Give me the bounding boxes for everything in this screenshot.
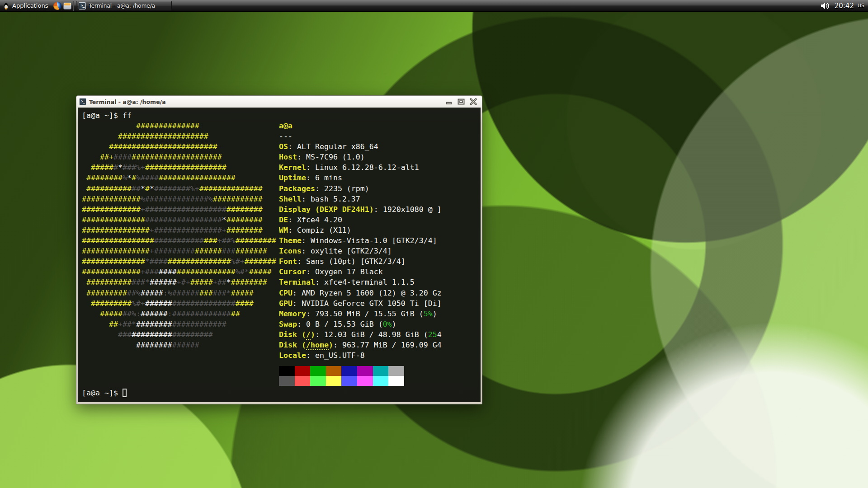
firefox-launcher[interactable]: [52, 0, 62, 12]
palette-swatch: [341, 376, 357, 386]
terminal-icon: >_: [79, 98, 86, 105]
palette-swatch: [310, 366, 326, 376]
palette-swatch: [326, 366, 342, 376]
ascii-art-distro-logo: ############## #################### ####…: [82, 121, 276, 350]
shell-prompt: [a@a ~]$: [82, 388, 127, 398]
volume-icon[interactable]: [821, 2, 831, 9]
terminal-window: >_ Terminal - a@a: /home/a: [76, 95, 482, 404]
palette-swatch: [373, 376, 389, 386]
file-manager-launcher[interactable]: [62, 0, 72, 12]
taskbar-window-label: Terminal - a@a: /home/a: [89, 3, 155, 9]
shell-prompt-line: [a@a ~]$ ff: [82, 110, 132, 121]
firefox-icon: [53, 2, 61, 10]
applications-menu-button[interactable]: Applications: [0, 0, 52, 12]
window-title: Terminal - a@a: /home/a: [89, 99, 441, 105]
window-titlebar[interactable]: >_ Terminal - a@a: /home/a: [78, 96, 481, 108]
maximize-button[interactable]: [456, 98, 467, 106]
terminal-color-palette: [279, 366, 404, 386]
palette-swatch: [357, 376, 373, 386]
palette-swatch: [326, 376, 342, 386]
system-info-readout: a@a---OS: ALT Regular x86_64Host: MS-7C9…: [279, 121, 442, 361]
top-panel: Applications >_ Terminal - a@a: /home/a …: [0, 0, 868, 12]
taskbar-window-button[interactable]: >_ Terminal - a@a: /home/a: [76, 1, 172, 11]
palette-swatch: [357, 366, 373, 376]
keyboard-layout-indicator[interactable]: US: [858, 3, 864, 9]
palette-swatch: [295, 376, 311, 386]
clock[interactable]: 20:42: [835, 2, 854, 10]
palette-swatch: [388, 366, 404, 376]
terminal-icon: >_: [79, 2, 86, 9]
desktop[interactable]: Applications >_ Terminal - a@a: /home/a …: [0, 0, 868, 488]
palette-swatch: [279, 366, 295, 376]
close-icon[interactable]: [468, 98, 479, 106]
system-tray: 20:42 US: [821, 2, 868, 10]
palette-swatch: [373, 366, 389, 376]
window-controls: [443, 98, 479, 106]
terminal-content[interactable]: [a@a ~]$ ff ############## #############…: [78, 108, 481, 402]
panel-separator: [73, 1, 74, 11]
palette-swatch: [279, 376, 295, 386]
palette-swatch: [388, 376, 404, 386]
distro-tux-icon: [3, 2, 9, 10]
applications-label: Applications: [12, 2, 48, 9]
palette-swatch: [295, 366, 311, 376]
terminal-cursor: [123, 389, 127, 397]
palette-swatch: [341, 366, 357, 376]
file-manager-icon: [63, 2, 71, 9]
palette-swatch: [310, 376, 326, 386]
minimize-button[interactable]: [443, 98, 454, 106]
